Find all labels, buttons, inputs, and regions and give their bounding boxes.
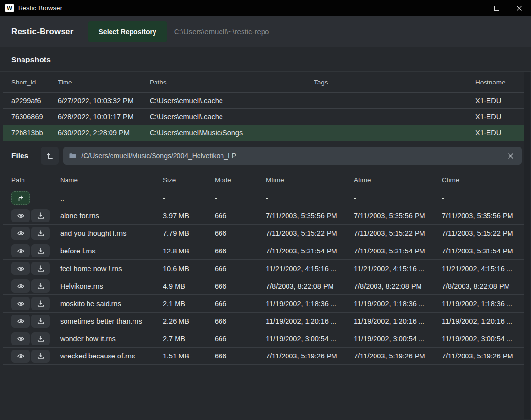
download-icon <box>37 282 44 290</box>
snapshot-time: 6/30/2022, 2:28:09 PM <box>58 129 150 137</box>
preview-file-button[interactable] <box>11 262 30 275</box>
file-mode: 666 <box>215 212 266 220</box>
preview-file-button[interactable] <box>11 227 30 240</box>
eye-icon <box>17 247 25 255</box>
column-mode: Mode <box>215 176 266 184</box>
file-name: and you thought l.rns <box>60 230 163 237</box>
column-mtime: Mtime <box>266 176 354 184</box>
eye-icon <box>17 317 25 325</box>
file-row: moskito he said.rns 2.1 MB 666 11/19/200… <box>3 294 524 312</box>
snapshot-hostname: X1-EDU <box>475 113 524 121</box>
file-mode: 666 <box>215 352 266 360</box>
eye-icon <box>17 300 25 308</box>
download-icon <box>37 352 44 360</box>
file-size: 2.7 MB <box>163 335 215 343</box>
select-repository-button[interactable]: Select Repository <box>88 21 167 42</box>
minimize-icon <box>472 8 477 8</box>
file-size: 12.8 MB <box>163 247 215 255</box>
download-icon <box>37 212 44 220</box>
app-title: Restic-Browser <box>11 27 74 37</box>
restore-file-button[interactable] <box>31 227 50 240</box>
restore-file-button[interactable] <box>31 262 50 275</box>
download-icon <box>37 247 44 255</box>
restore-file-button[interactable] <box>31 350 50 363</box>
restore-file-button[interactable] <box>31 209 50 222</box>
file-mtime: 11/19/2002, 1:20:16 ... <box>266 317 354 325</box>
files-table-body: alone for.rns 3.97 MB 666 7/11/2003, 5:3… <box>3 207 524 365</box>
file-name: before l.rns <box>60 247 163 255</box>
file-mode: - <box>215 194 266 202</box>
file-mode: 666 <box>215 247 266 255</box>
snapshot-row[interactable]: 76306869 6/28/2022, 10:01:17 PM C:\Users… <box>3 108 524 125</box>
preview-file-button[interactable] <box>11 297 30 310</box>
snapshot-row[interactable]: a2299af6 6/27/2022, 10:03:32 PM C:\Users… <box>3 92 524 108</box>
file-name: feel home now !.rns <box>60 265 163 273</box>
file-mtime: 11/19/2002, 1:18:36 ... <box>266 300 354 308</box>
download-icon <box>37 300 44 308</box>
file-mtime: 7/11/2003, 5:19:26 PM <box>266 352 354 360</box>
preview-file-button[interactable] <box>11 332 30 345</box>
preview-file-button[interactable] <box>11 315 30 328</box>
file-mode: 666 <box>215 300 266 308</box>
file-mtime: 7/11/2003, 5:15:22 PM <box>266 230 354 237</box>
preview-file-button[interactable] <box>11 244 30 257</box>
restore-file-button[interactable] <box>31 315 50 328</box>
file-atime: 7/11/2003, 5:35:56 PM <box>354 212 442 220</box>
file-row: Helvikone.rns 4.9 MB 666 7/8/2003, 8:22:… <box>3 277 524 294</box>
file-mtime: 11/21/2002, 4:15:16 ... <box>266 265 354 273</box>
minimize-button[interactable] <box>463 0 486 16</box>
restore-file-button[interactable] <box>31 279 50 293</box>
file-size: 3.97 MB <box>163 212 215 220</box>
snapshot-row[interactable]: 72b813bb 6/30/2022, 2:28:09 PM C:\Users\… <box>3 125 524 141</box>
download-icon <box>37 335 44 343</box>
file-size: 2.26 MB <box>163 317 215 325</box>
column-hostname: Hostname <box>475 79 524 86</box>
window-controls <box>463 0 531 16</box>
file-size: 7.79 MB <box>163 230 215 237</box>
file-row: wrecked because of.rns 1.51 MB 666 7/11/… <box>3 347 524 365</box>
file-name: wonder how it.rns <box>60 335 163 343</box>
files-bar: Files /C/Users/emuell/Music/Songs/2004_H… <box>0 144 531 168</box>
preview-file-button[interactable] <box>11 279 30 293</box>
file-mtime: 7/11/2003, 5:35:56 PM <box>266 212 354 220</box>
file-row: and you thought l.rns 7.79 MB 666 7/11/2… <box>3 224 524 242</box>
restore-file-button[interactable] <box>31 297 50 310</box>
column-path: Path <box>11 176 60 184</box>
snapshot-paths: C:\Users\emuell\.cache <box>150 113 314 121</box>
window-title: Restic Browser <box>18 4 62 12</box>
snapshot-hostname: X1-EDU <box>475 129 524 137</box>
file-size: 10.6 MB <box>163 265 215 273</box>
file-size: 4.9 MB <box>163 282 215 290</box>
snapshot-short-id: 76306869 <box>11 113 58 121</box>
file-name: sometimes better than.rns <box>60 317 163 325</box>
app-window: W Restic Browser Restic-Browser Select R… <box>0 0 531 420</box>
open-parent-directory-button[interactable] <box>11 191 30 205</box>
file-atime: 11/19/2002, 1:18:36 ... <box>354 300 442 308</box>
snapshot-time: 6/27/2022, 10:03:32 PM <box>58 97 150 105</box>
snapshot-time: 6/28/2022, 10:01:17 PM <box>58 113 150 121</box>
download-icon <box>37 317 44 325</box>
restore-file-button[interactable] <box>31 244 50 257</box>
close-button[interactable] <box>508 0 531 16</box>
go-up-directory-button[interactable] <box>41 147 59 165</box>
scrollbar-track[interactable] <box>524 72 530 419</box>
preview-file-button[interactable] <box>11 350 30 363</box>
file-ctime: 7/11/2003, 5:19:26 PM <box>442 352 524 360</box>
preview-file-button[interactable] <box>11 209 30 222</box>
file-mode: 666 <box>215 335 266 343</box>
current-path-input[interactable]: /C/Users/emuell/Music/Songs/2004_Helveti… <box>63 147 522 165</box>
file-name: .. <box>60 194 163 202</box>
snapshots-table: Short_id Time Paths Tags Hostname a2299a… <box>3 72 524 141</box>
column-time: Time <box>58 79 150 86</box>
clear-path-button[interactable] <box>506 151 516 161</box>
file-atime: 11/21/2002, 4:15:16 ... <box>354 265 442 273</box>
file-row: sometimes better than.rns 2.26 MB 666 11… <box>3 312 524 330</box>
file-mode: 666 <box>215 230 266 237</box>
file-mode: 666 <box>215 265 266 273</box>
file-row: before l.rns 12.8 MB 666 7/11/2003, 5:31… <box>3 242 524 259</box>
file-ctime: 7/11/2003, 5:35:56 PM <box>442 212 524 220</box>
restore-file-button[interactable] <box>31 332 50 345</box>
eye-icon <box>17 230 25 237</box>
maximize-button[interactable] <box>486 0 508 16</box>
column-tags: Tags <box>314 79 475 86</box>
